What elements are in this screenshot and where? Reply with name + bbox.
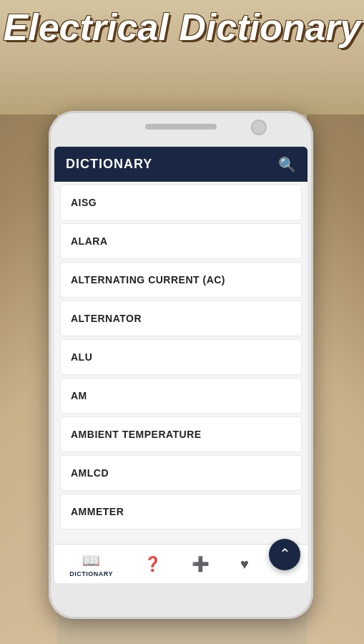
list-item[interactable]: AMBIENT TEMPERATURE	[60, 416, 302, 452]
scroll-to-top-button[interactable]: ⌃	[269, 539, 300, 570]
phone-device: DICTIONARY 🔍 AISGALARAALTERNATING CURREN…	[49, 111, 313, 619]
phone-screen: DICTIONARY 🔍 AISGALARAALTERNATING CURREN…	[54, 147, 308, 583]
heart-icon: ♥	[240, 556, 249, 572]
app-title: Electrical Dictionary	[0, 7, 364, 48]
list-item[interactable]: ALTERNATOR	[60, 301, 302, 336]
nav-label-dictionary: DICTIONARY	[69, 570, 113, 577]
header-title: DICTIONARY	[66, 157, 152, 172]
chevron-up-icon: ⌃	[279, 547, 291, 561]
list-item[interactable]: AMLCD	[60, 455, 302, 491]
search-button[interactable]: 🔍	[278, 157, 296, 172]
nav-item-favorites[interactable]: ♥	[233, 555, 256, 575]
list-item[interactable]: ALTERNATING CURRENT (AC)	[60, 262, 302, 298]
list-item[interactable]: AMMETER	[60, 494, 302, 530]
dictionary-list[interactable]: AISGALARAALTERNATING CURRENT (AC)ALTERNA…	[54, 182, 308, 544]
app-title-area: Electrical Dictionary	[0, 7, 364, 48]
phone-camera	[251, 119, 267, 135]
nav-item-help[interactable]: ❓	[137, 554, 169, 575]
nav-item-dictionary[interactable]: 📖 DICTIONARY	[62, 550, 120, 579]
nav-item-add[interactable]: ➕	[185, 554, 217, 575]
list-item[interactable]: AM	[60, 378, 302, 414]
help-icon: ❓	[144, 555, 162, 572]
list-item[interactable]: ALARA	[60, 223, 302, 259]
app-header: DICTIONARY 🔍	[54, 147, 308, 182]
add-icon: ➕	[192, 555, 210, 572]
phone-speaker	[145, 124, 217, 130]
dictionary-icon: 📖	[82, 552, 100, 569]
list-item[interactable]: ALU	[60, 339, 302, 375]
list-item[interactable]: AISG	[60, 185, 302, 220]
